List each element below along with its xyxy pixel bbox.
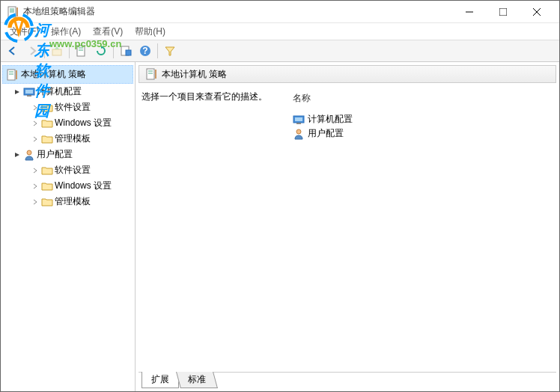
tree-pane: 本地计算机 策略 计算机配置 软件设置 Windows 设置 管理模板 用户配置 — [1, 62, 136, 391]
refresh-button[interactable] — [92, 42, 110, 60]
window-title: 本地组策略编辑器 — [23, 5, 452, 18]
menubar: 文件(F) 操作(A) 查看(V) 帮助(H) — [1, 23, 559, 40]
folder-icon — [41, 196, 53, 208]
detail-header: 本地计算机 策略 — [139, 65, 556, 83]
user-icon — [293, 128, 305, 140]
close-button[interactable] — [520, 1, 553, 22]
toolbar: ? — [1, 40, 559, 62]
svg-rect-32 — [296, 123, 301, 124]
tree-label: Windows 设置 — [55, 180, 112, 192]
svg-point-25 — [27, 150, 31, 155]
tree-software-settings-1[interactable]: 软件设置 — [2, 99, 133, 115]
up-button[interactable] — [48, 42, 66, 60]
svg-rect-29 — [155, 70, 156, 79]
tree-label: 管理模板 — [55, 195, 91, 208]
folder-icon — [41, 180, 53, 192]
svg-point-33 — [296, 129, 301, 134]
toolbar-separator — [69, 43, 70, 58]
svg-rect-24 — [27, 95, 31, 97]
minimize-button[interactable] — [452, 1, 486, 22]
tree-admin-templates-2[interactable]: 管理模板 — [2, 194, 133, 209]
tree-root-selected[interactable]: 本地计算机 策略 — [2, 65, 133, 84]
tree-user-config[interactable]: 用户配置 — [2, 147, 133, 162]
expander-icon[interactable] — [31, 119, 40, 128]
svg-rect-18 — [7, 70, 15, 80]
maximize-button[interactable] — [486, 1, 520, 22]
svg-rect-26 — [147, 69, 154, 79]
menu-action[interactable]: 操作(A) — [45, 24, 87, 40]
svg-rect-21 — [16, 70, 17, 79]
forward-button[interactable] — [23, 42, 41, 60]
properties-button[interactable] — [73, 42, 91, 60]
toolbar-separator — [113, 43, 114, 58]
svg-rect-31 — [295, 117, 302, 121]
tab-bar: 扩展 标准 — [139, 372, 556, 388]
description-text: 选择一个项目来查看它的描述。 — [141, 91, 284, 103]
tree-software-settings-2[interactable]: 软件设置 — [2, 162, 133, 178]
folder-icon — [41, 133, 53, 145]
menu-help[interactable]: 帮助(H) — [129, 24, 171, 40]
computer-icon — [293, 114, 305, 126]
detail-header-text: 本地计算机 策略 — [162, 68, 227, 81]
user-icon — [23, 149, 35, 161]
tree-label: 计算机配置 — [37, 85, 82, 98]
svg-text:?: ? — [142, 46, 147, 56]
tab-standard[interactable]: 标准 — [176, 372, 218, 388]
item-label: 计算机配置 — [308, 113, 353, 126]
export-button[interactable] — [117, 42, 135, 60]
svg-rect-23 — [25, 90, 33, 94]
svg-rect-6 — [499, 8, 507, 16]
expander-icon[interactable] — [13, 88, 22, 97]
folder-icon — [41, 165, 53, 177]
expander-icon[interactable] — [31, 166, 40, 175]
tree-label: 软件设置 — [55, 101, 91, 114]
description-column: 选择一个项目来查看它的描述。 — [141, 91, 291, 364]
folder-icon — [41, 102, 53, 114]
tree-root-label: 本地计算机 策略 — [21, 68, 86, 81]
tree-windows-settings-1[interactable]: Windows 设置 — [2, 115, 133, 131]
tree-admin-templates-1[interactable]: 管理模板 — [2, 131, 133, 147]
back-button[interactable] — [4, 42, 22, 60]
help-button[interactable]: ? — [136, 42, 154, 60]
window-controls — [452, 1, 553, 22]
expander-icon[interactable] — [31, 197, 40, 206]
detail-body: 选择一个项目来查看它的描述。 名称 计算机配置 用户配置 — [136, 83, 559, 372]
tree-windows-settings-2[interactable]: Windows 设置 — [2, 178, 133, 194]
titlebar: 本地组策略编辑器 — [1, 1, 559, 23]
expander-icon[interactable] — [31, 182, 40, 191]
tree-label: Windows 设置 — [55, 117, 112, 129]
tree-label: 管理模板 — [55, 132, 91, 145]
filter-button[interactable] — [161, 42, 179, 60]
svg-rect-15 — [126, 50, 131, 55]
list-item-computer[interactable]: 计算机配置 — [291, 112, 553, 126]
tree-label: 软件设置 — [55, 164, 91, 177]
name-column: 名称 计算机配置 用户配置 — [291, 91, 553, 364]
computer-icon — [23, 86, 35, 98]
detail-pane: 本地计算机 策略 选择一个项目来查看它的描述。 名称 计算机配置 用户配置 扩展… — [136, 62, 559, 391]
tab-extended[interactable]: 扩展 — [141, 372, 179, 388]
document-icon — [6, 69, 18, 81]
tree-computer-config[interactable]: 计算机配置 — [2, 84, 133, 99]
tree-label: 用户配置 — [37, 148, 73, 161]
content-area: 本地计算机 策略 计算机配置 软件设置 Windows 设置 管理模板 用户配置 — [1, 62, 559, 391]
menu-view[interactable]: 查看(V) — [87, 24, 129, 40]
document-icon — [145, 68, 157, 80]
svg-rect-4 — [16, 7, 18, 16]
expander-icon[interactable] — [31, 103, 40, 112]
expander-icon[interactable] — [13, 150, 22, 159]
svg-rect-10 — [52, 49, 61, 55]
list-item-user[interactable]: 用户配置 — [291, 126, 553, 141]
folder-icon — [41, 117, 53, 129]
menu-file[interactable]: 文件(F) — [4, 24, 45, 40]
svg-rect-11 — [77, 46, 85, 56]
toolbar-separator — [44, 43, 45, 58]
name-column-header[interactable]: 名称 — [291, 91, 553, 106]
toolbar-separator — [157, 43, 158, 58]
item-label: 用户配置 — [308, 127, 344, 140]
app-icon — [7, 6, 19, 18]
expander-icon[interactable] — [31, 135, 40, 144]
